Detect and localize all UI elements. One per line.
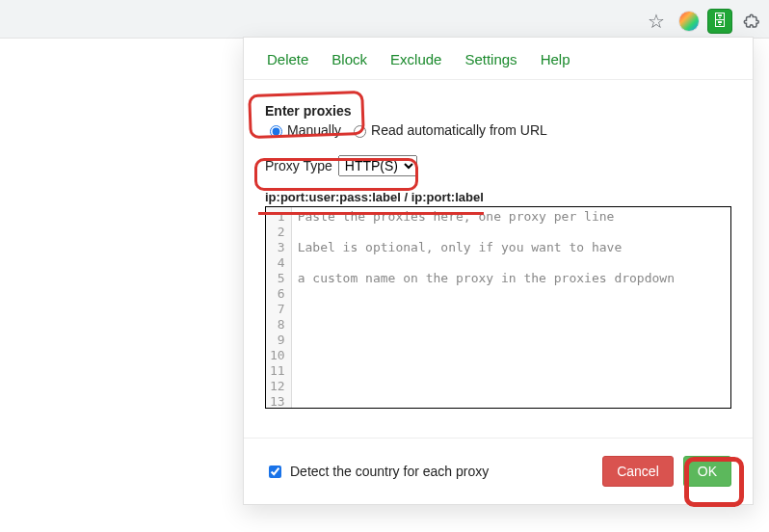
bookmark-star-icon[interactable]: ☆ [642,4,671,39]
radio-manually-text: Manually [287,122,341,138]
ok-button[interactable]: OK [683,456,731,487]
cancel-button[interactable]: Cancel [602,456,674,487]
proxy-textarea[interactable]: 12345678910111213 Paste the proxies here… [265,206,731,409]
line-number-gutter: 12345678910111213 [266,207,292,408]
radio-manually-label[interactable]: Manually [265,122,341,138]
proxy-type-label: Proxy Type [265,158,332,173]
detect-country-text: Detect the country for each proxy [290,464,489,479]
proxy-format-hint: ip:port:user:pass:label / ip:port:label [265,190,731,204]
menu-delete[interactable]: Delete [267,51,308,67]
radio-auto-label[interactable]: Read automatically from URL [349,122,547,138]
menu-exclude[interactable]: Exclude [390,51,441,67]
extension-popup: Delete Block Exclude Settings Help Enter… [243,37,754,505]
detect-country-label[interactable]: Detect the country for each proxy [265,463,489,481]
radio-auto[interactable] [354,125,366,138]
radio-auto-text: Read automatically from URL [371,122,547,138]
enter-proxies-title: Enter proxies [265,103,731,119]
menu-settings[interactable]: Settings [464,51,517,67]
radio-manually[interactable] [270,125,282,138]
extension-multicolor-icon[interactable] [678,11,700,32]
input-mode-radios: Manually Read automatically from URL [265,122,731,138]
extensions-puzzle-icon[interactable] [740,11,761,32]
active-extension-icon[interactable]: 🗄 [707,9,732,34]
proxy-type-select[interactable]: HTTP(S) [338,155,417,176]
menu-help[interactable]: Help [541,51,570,67]
popup-top-menu: Delete Block Exclude Settings Help [244,38,753,80]
menu-block[interactable]: Block [331,51,367,67]
proxy-text-content[interactable]: Paste the proxies here, one proxy per li… [292,207,680,408]
browser-toolbar: ☆ 🗄 [0,0,769,39]
detect-country-checkbox[interactable] [269,466,281,478]
